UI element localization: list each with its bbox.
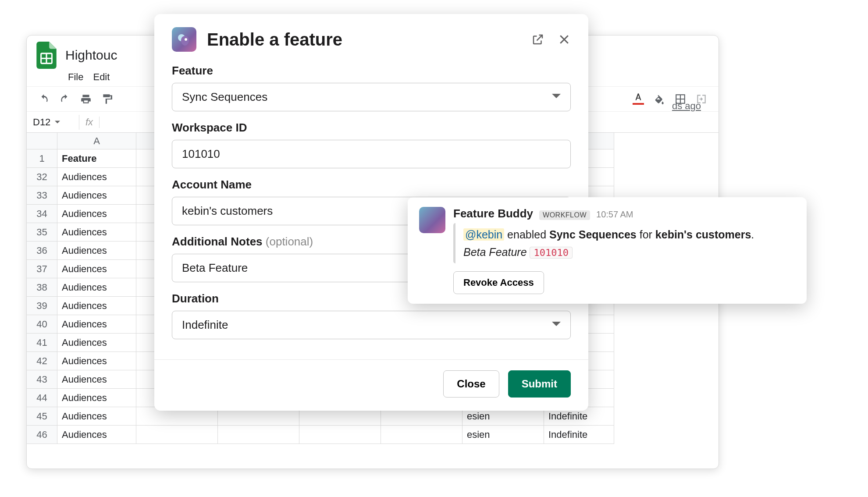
cell[interactable]: Feature (57, 149, 136, 168)
fill-color-icon[interactable] (654, 93, 665, 105)
feature-label: Feature (172, 64, 571, 78)
cell[interactable]: Audiences (57, 370, 136, 389)
cell[interactable]: 33 (27, 186, 57, 205)
cell[interactable]: Audiences (57, 278, 136, 297)
cell[interactable] (299, 426, 381, 444)
menu-edit[interactable]: Edit (93, 71, 110, 83)
cell[interactable] (27, 133, 57, 149)
cell[interactable] (136, 426, 218, 444)
modal-title: Enable a feature (207, 30, 521, 50)
revoke-access-button[interactable]: Revoke Access (453, 271, 544, 294)
text-color-icon[interactable] (633, 93, 644, 105)
cell[interactable]: esien (462, 426, 544, 444)
cell[interactable]: 36 (27, 241, 57, 260)
cell[interactable]: Audiences (57, 241, 136, 260)
cell[interactable]: Audiences (57, 426, 136, 444)
cell[interactable]: 41 (27, 334, 57, 352)
merge-cells-icon[interactable] (696, 93, 707, 105)
cell[interactable]: 35 (27, 223, 57, 241)
cell[interactable]: 43 (27, 370, 57, 389)
duration-select[interactable]: Indefinite (172, 311, 571, 339)
chevron-down-icon (552, 90, 561, 104)
cell[interactable]: 37 (27, 260, 57, 278)
cell[interactable]: Indefinite (544, 426, 614, 444)
message-content: @kebin enabled Sync Sequences for kebin'… (453, 223, 795, 263)
cell[interactable]: Audiences (57, 168, 136, 186)
undo-icon[interactable] (38, 93, 50, 105)
workflow-badge: WORKFLOW (539, 210, 590, 220)
open-external-icon[interactable] (531, 33, 544, 46)
workspace-label: Workspace ID (172, 121, 571, 135)
close-button[interactable]: Close (443, 370, 499, 398)
cell[interactable]: 34 (27, 205, 57, 223)
cell[interactable]: Audiences (57, 205, 136, 223)
cell[interactable]: Audiences (57, 223, 136, 241)
cell[interactable]: Audiences (57, 297, 136, 315)
cell[interactable]: 39 (27, 297, 57, 315)
bot-name: Feature Buddy (453, 207, 533, 220)
cell[interactable]: 42 (27, 352, 57, 370)
google-sheets-icon (36, 41, 57, 69)
user-mention[interactable]: @kebin (463, 228, 504, 241)
cell[interactable]: 44 (27, 389, 57, 407)
account-label: Account Name (172, 178, 571, 192)
chevron-down-icon (55, 120, 60, 125)
cell[interactable]: Audiences (57, 389, 136, 407)
close-icon[interactable] (558, 33, 571, 46)
slack-message-card: Feature Buddy WORKFLOW 10:57 AM @kebin e… (408, 197, 807, 304)
cell[interactable]: A (57, 133, 136, 149)
workflow-bot-icon (172, 27, 196, 52)
redo-icon[interactable] (59, 93, 71, 105)
cell[interactable]: 40 (27, 315, 57, 334)
cell[interactable]: 45 (27, 407, 57, 426)
cell[interactable]: Audiences (57, 334, 136, 352)
cell[interactable]: Audiences (57, 186, 136, 205)
name-box[interactable]: D12 (27, 115, 79, 130)
cell[interactable]: Audiences (57, 315, 136, 334)
paint-format-icon[interactable] (101, 93, 113, 105)
cell[interactable]: 46 (27, 426, 57, 444)
chevron-down-icon (552, 318, 561, 332)
workflow-bot-icon (419, 207, 445, 233)
feature-select[interactable]: Sync Sequences (172, 83, 571, 111)
cell[interactable]: 1 (27, 149, 57, 168)
workspace-id-code: 101010 (530, 247, 572, 259)
cell[interactable]: Audiences (57, 260, 136, 278)
print-icon[interactable] (80, 93, 92, 105)
cell[interactable]: Audiences (57, 352, 136, 370)
menu-file[interactable]: File (68, 71, 83, 83)
cell[interactable]: 32 (27, 168, 57, 186)
cell[interactable]: Audiences (57, 407, 136, 426)
message-timestamp: 10:57 AM (596, 209, 633, 220)
document-title[interactable]: Hightouc (65, 48, 117, 63)
cell[interactable]: 38 (27, 278, 57, 297)
cell[interactable] (381, 426, 462, 444)
cell[interactable] (218, 426, 299, 444)
formula-fx-label: fx (79, 117, 100, 128)
submit-button[interactable]: Submit (508, 370, 571, 398)
svg-point-7 (185, 38, 187, 41)
workspace-input[interactable]: 101010 (172, 140, 571, 168)
